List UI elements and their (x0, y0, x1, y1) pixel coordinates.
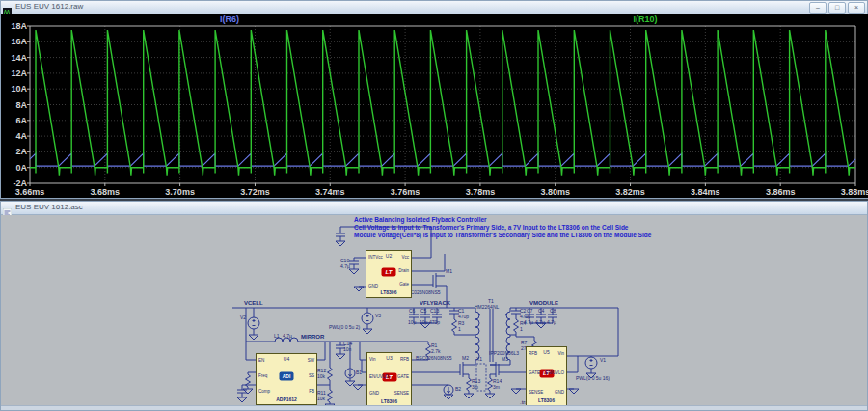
ic-pin-fb: FB (309, 390, 314, 395)
legend-ir10[interactable]: I(R10) (633, 14, 657, 24)
ic-part-number: LT8306 (538, 397, 555, 403)
ic-refdes: U2 (386, 253, 392, 259)
y-tick-label: 6A (2, 116, 27, 125)
schematic-label-v1: V1 (600, 358, 606, 363)
ic-part-number: LT8306 (381, 289, 397, 295)
schematic-label-b1: B1 (356, 370, 362, 375)
schematic-label-3m: 3m (493, 385, 500, 390)
y-tick-label: 16A (2, 37, 27, 46)
y-tick-label: 8A (2, 100, 27, 110)
ic-part-number: ADP1612 (276, 397, 297, 402)
ic-refdes: U5 (543, 349, 549, 355)
schematic-label-mirror: MIRROR (301, 334, 324, 340)
waveform-window: EUS EUV 1612.raw –□× I(R6)I(R10) 18A16A1… (0, 0, 868, 199)
close-button[interactable]: × (848, 2, 865, 14)
ic-pin-vin: Vin (558, 352, 564, 357)
schematic-label-470p: 470p (429, 320, 440, 325)
schematic-label-hm2264nl: HM2264NL (475, 305, 499, 310)
schematic-label-c8: C8 (550, 309, 556, 314)
window-controls: –□× (809, 2, 865, 14)
ic-pin-rfb: RFB (400, 358, 409, 363)
waveform-titlebar[interactable]: EUS EUV 1612.raw –□× (1, 1, 867, 14)
ic-pin-vcc: Vcc (401, 256, 409, 260)
x-tick-label: 3.84ms (691, 187, 720, 197)
ic-pin-gate: GATE (529, 371, 540, 376)
schematic-annotation: Module Voltage(Cell*8) is Input to Trans… (354, 233, 651, 239)
schematic-label-v2: V2 (240, 315, 246, 320)
y-tick-label: 4A (2, 131, 27, 141)
ic-pin-vin: Vin (369, 358, 375, 363)
x-tick-label: 3.82ms (615, 187, 645, 197)
y-tick-label: 14A (2, 53, 27, 63)
x-tick-label: 3.76ms (391, 187, 420, 197)
ic-u2-lt8306[interactable]: U2LTLT8306INTVccGNDVccDrainGate (366, 250, 412, 298)
ic-pin-sense: SENSE (529, 391, 543, 396)
schematic-label-vflyback: VFLYBACK (420, 300, 450, 306)
schematic-label-1: 1 (520, 327, 523, 332)
schematic-label-3m: 3m (472, 385, 478, 390)
schematic-annotation: Active Balancing Isolated Flyback Contro… (354, 217, 487, 224)
waveform-plot-area[interactable]: I(R6)I(R10) 18A16A14A12A10A8A6A4A2A0A-2A… (1, 14, 867, 198)
ic-pin-en-uvlo: EN/UVLO (545, 371, 564, 376)
schematic-label-c6: C6 (409, 309, 415, 314)
legend-ir6[interactable]: I(R6) (220, 14, 239, 24)
ic-refdes: U4 (284, 356, 289, 362)
ic-pin-gate: Gate (399, 283, 409, 288)
x-tick-label: 3.86ms (766, 187, 796, 197)
x-tick-label: 3.66ms (15, 187, 45, 197)
schematic-label-b2: B2 (455, 387, 461, 392)
y-tick-label: 10A (2, 84, 27, 94)
y-tick-label: 12A (2, 68, 27, 78)
ic-u3-lt8306[interactable]: U3LTLT8306VinEN/UVLOGNDRFBGATESENSE (366, 352, 412, 406)
schematic-label-v3: V3 (375, 314, 381, 318)
ic-pin-en: EN (258, 359, 264, 364)
ic-pin-gnd: GND (368, 285, 378, 289)
schematic-label-10k: 10k (317, 397, 325, 401)
ic-u5-lt8306[interactable]: U5LTLT8306RFBGATESENSEVinEN/UVLOGND (526, 346, 567, 406)
schematic-label-m1: M1 (446, 269, 452, 274)
ic-u4-adp1612[interactable]: U4ADIADP1612ENFreqCompSWSSFB (256, 353, 317, 405)
y-tick-label: 2A (2, 147, 27, 156)
ic-pin-ss: SS (309, 374, 314, 379)
ic-pin-rfb: RFB (529, 352, 537, 357)
schematic-label-c7: C7 (527, 309, 532, 314)
ic-part-number: LT8306 (381, 398, 397, 404)
y-tick-label: 18A (2, 21, 27, 31)
minimize-button[interactable]: – (809, 2, 827, 14)
schematic-titlebar[interactable]: EUS EUV 1612.asc (1, 202, 867, 215)
schematic-label-2-7k: 2.7k (431, 349, 440, 354)
ic-pin-intvcc: INTVcc (368, 256, 383, 260)
schematic-label-x1: X1 (476, 357, 482, 362)
x-tick-label: 3.72ms (240, 187, 270, 197)
schematic-label-m2: M2 (462, 356, 469, 361)
schematic-label-10k: 10k (317, 374, 325, 379)
schematic-canvas[interactable]: Active Balancing Isolated Flyback Contro… (1, 215, 867, 406)
x-tick-label: 3.70ms (165, 187, 195, 197)
schematic-annotation: Cell Voltage is Input to Transformer's P… (354, 225, 628, 232)
ic-pin-gate: GATE (397, 375, 409, 380)
x-tick-label: 3.88ms (841, 187, 868, 197)
schematic-label-c5: C5 (420, 309, 426, 314)
schematic-label-ipp200n06l3: IPP200N06L3 (489, 351, 519, 356)
schematic-label-vmodule: VMODULE (529, 300, 558, 306)
window-bottom-border (1, 405, 867, 410)
ic-refdes: U3 (386, 355, 392, 361)
restore-button[interactable]: □ (828, 2, 846, 14)
schematic-label-4-7-: 4.7µ (283, 334, 292, 339)
schematic-label-l1: L1 (274, 334, 280, 339)
schematic-label-vcell: VCELL (244, 300, 263, 306)
ic-pin-comp: Comp (258, 390, 270, 395)
adi-logo: ADI (280, 372, 294, 381)
ic-pin-drain: Drain (398, 269, 409, 274)
y-tick-label: 0A (2, 163, 27, 173)
ic-pin-gnd: GND (555, 391, 564, 396)
ic-pin-freq: Freq (258, 374, 267, 379)
schematic-label-c13: C13 (430, 309, 439, 314)
ic-pin-sense: SENSE (394, 392, 409, 397)
schematic-title: EUS EUV 1612.asc (15, 203, 83, 211)
waveform-title: EUS EUV 1612.raw (15, 2, 83, 11)
lt-logo: LT (382, 267, 396, 276)
waveform-plot (1, 14, 868, 198)
schematic-label-470p: 470p (458, 315, 469, 319)
ic-pin-sw: SW (308, 359, 314, 364)
